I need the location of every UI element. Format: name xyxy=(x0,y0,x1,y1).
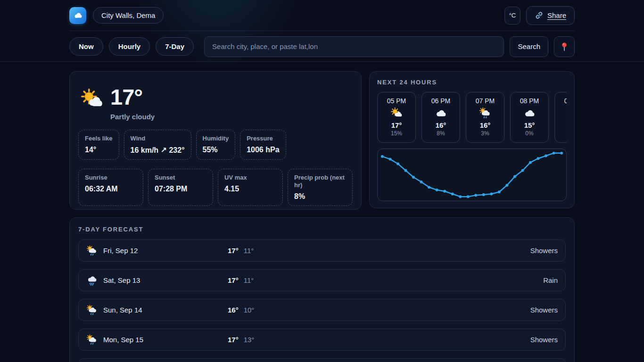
hour-time: 07 PM xyxy=(476,97,495,105)
stat-label: Sunset xyxy=(155,174,206,181)
forecast-high-temp: 17° xyxy=(228,336,239,344)
sun-rain-icon xyxy=(86,245,98,256)
hour-time: 06 PM xyxy=(431,97,450,105)
rain-icon xyxy=(86,275,98,286)
stat-label: Sunrise xyxy=(85,174,137,181)
share-button[interactable]: Share xyxy=(526,6,575,25)
stat-wind: Wind 16 km/h ↗ 232° xyxy=(124,130,191,160)
forecast-low-temp: 10° xyxy=(244,306,255,314)
seven-day-forecast-card: 7-DAY FORECAST Fri, Sep 12 17° 11° Showe… xyxy=(69,217,575,362)
search-input[interactable] xyxy=(204,36,504,57)
forecast-day: Mon, Sep 15 xyxy=(103,336,143,344)
stat-label: Humidity xyxy=(203,135,229,142)
tab-7day[interactable]: 7-Day xyxy=(156,37,194,56)
forecast-high-temp: 16° xyxy=(228,306,239,314)
partly-cloudy-icon xyxy=(80,88,104,111)
current-temperature: 17° xyxy=(110,85,155,109)
stat-value: 16 km/h ↗ 232° xyxy=(131,146,185,155)
hour-time: 08 PM xyxy=(520,97,539,105)
forecast-row-left: Sat, Sep 13 xyxy=(86,275,228,286)
hour-precip-prob: 8% xyxy=(437,130,445,137)
temperature-trend-chart xyxy=(377,148,567,201)
forecast-day: Sun, Sep 14 xyxy=(103,306,142,314)
current-stats-row-1: Feels like 14° Wind 16 km/h ↗ 232° Humid… xyxy=(78,130,353,160)
geolocate-button[interactable] xyxy=(554,36,575,57)
forecast-rows: Fri, Sep 12 17° 11° Showers Sat, Sep 13 … xyxy=(78,239,566,362)
stat-value: 14° xyxy=(85,146,113,154)
hour-precip-prob: 3% xyxy=(481,130,489,137)
hour-precip-prob: 0% xyxy=(525,130,533,137)
top-bar: City Walls, Dema °C Share xyxy=(0,0,644,32)
app-logo xyxy=(69,7,86,24)
tab-hourly[interactable]: Hourly xyxy=(109,37,150,56)
hour-time: 05 PM xyxy=(387,97,406,105)
hour-card-09pm[interactable]: 09 PM xyxy=(554,92,567,143)
forecast-row-fri[interactable]: Fri, Sep 12 17° 11° Showers xyxy=(78,239,566,262)
current-condition: Partly cloudy xyxy=(110,113,155,121)
hour-precip-prob: 15% xyxy=(391,130,402,137)
tab-now[interactable]: Now xyxy=(69,37,103,56)
stat-label: Pressure xyxy=(247,135,279,142)
cloud-icon xyxy=(435,107,447,119)
forecast-row-left: Sun, Sep 14 xyxy=(86,304,228,316)
hour-card-06pm[interactable]: 06 PM 16° 8% xyxy=(421,92,460,143)
stat-label: Precip prob (next hr) xyxy=(294,174,346,189)
forecast-row-sat[interactable]: Sat, Sep 13 17° 11° Rain xyxy=(78,269,566,291)
search-wrap xyxy=(204,36,504,57)
forecast-row-partial[interactable] xyxy=(78,358,566,362)
stat-pressure: Pressure 1006 hPa xyxy=(240,130,286,160)
location-button[interactable]: City Walls, Dema xyxy=(93,7,164,24)
hour-card-08pm[interactable]: 08 PM 15° 0% xyxy=(510,92,549,143)
cloud-icon xyxy=(523,107,536,119)
search-button[interactable]: Search xyxy=(510,36,548,57)
cloud-logo-icon xyxy=(73,10,83,21)
nav-bar: Now Hourly 7-Day Search xyxy=(0,32,644,62)
stat-uv-max: UV max 4.15 xyxy=(218,169,283,206)
stat-value: 8% xyxy=(294,192,346,201)
forecast-condition: Rain xyxy=(543,276,558,284)
forecast-high-temp: 17° xyxy=(228,247,239,255)
stat-value: 4.15 xyxy=(224,185,276,193)
seven-day-forecast-title: 7-DAY FORECAST xyxy=(78,226,566,233)
next-24-hours-title: NEXT 24 HOURS xyxy=(377,79,567,86)
stat-humidity: Humidity 55% xyxy=(196,130,236,160)
stat-value: 07:28 PM xyxy=(155,185,206,193)
forecast-day: Sat, Sep 13 xyxy=(103,276,140,284)
stat-label: Feels like xyxy=(85,135,113,142)
forecast-high-temp: 17° xyxy=(228,276,239,284)
forecast-low-temp: 11° xyxy=(244,247,254,255)
pushpin-icon xyxy=(559,41,570,52)
hour-temp: 16° xyxy=(436,121,446,129)
stat-precip-prob: Precip prob (next hr) 8% xyxy=(288,169,353,206)
sun-rain-icon xyxy=(479,107,491,119)
hourly-strip[interactable]: 05 PM 17° 15% 06 PM 16° 8% 07 PM 16° 3% xyxy=(377,92,567,143)
share-label: Share xyxy=(547,11,566,19)
hour-card-05pm[interactable]: 05 PM 17° 15% xyxy=(377,92,416,143)
stat-label: Wind xyxy=(131,135,185,142)
hour-card-07pm[interactable]: 07 PM 16° 3% xyxy=(466,92,504,143)
hour-temp: 15° xyxy=(524,121,535,129)
forecast-day: Fri, Sep 12 xyxy=(103,247,138,255)
stat-label: UV max xyxy=(224,174,276,181)
link-icon xyxy=(535,11,544,20)
stat-value: 06:32 AM xyxy=(85,185,137,193)
hour-time: 09 PM xyxy=(564,97,567,105)
forecast-row-sun[interactable]: Sun, Sep 14 16° 10° Showers xyxy=(78,299,566,321)
stat-feels-like: Feels like 14° xyxy=(78,130,119,160)
forecast-row-left: Fri, Sep 12 xyxy=(86,245,228,256)
current-stats-row-2: Sunrise 06:32 AM Sunset 07:28 PM UV max … xyxy=(78,169,353,206)
sun-cloud-icon xyxy=(390,107,403,119)
sun-rain-icon xyxy=(86,334,98,346)
forecast-row-left: Mon, Sep 15 xyxy=(86,334,228,346)
forecast-low-temp: 11° xyxy=(244,276,254,284)
forecast-row-mon[interactable]: Mon, Sep 15 17° 13° Showers xyxy=(78,329,566,351)
hour-temp: 16° xyxy=(480,121,491,129)
stat-value: 55% xyxy=(203,146,229,154)
hour-temp: 17° xyxy=(391,121,402,129)
next-24-hours-card: NEXT 24 HOURS 05 PM 17° 15% 06 PM 16° 8%… xyxy=(369,71,575,208)
unit-toggle-button[interactable]: °C xyxy=(504,7,520,25)
main-content: 17° Partly cloudy Feels like 14° Wind 16… xyxy=(69,62,575,362)
forecast-low-temp: 13° xyxy=(244,336,255,344)
forecast-condition: Showers xyxy=(530,336,558,344)
current-hero: 17° Partly cloudy xyxy=(78,80,353,121)
